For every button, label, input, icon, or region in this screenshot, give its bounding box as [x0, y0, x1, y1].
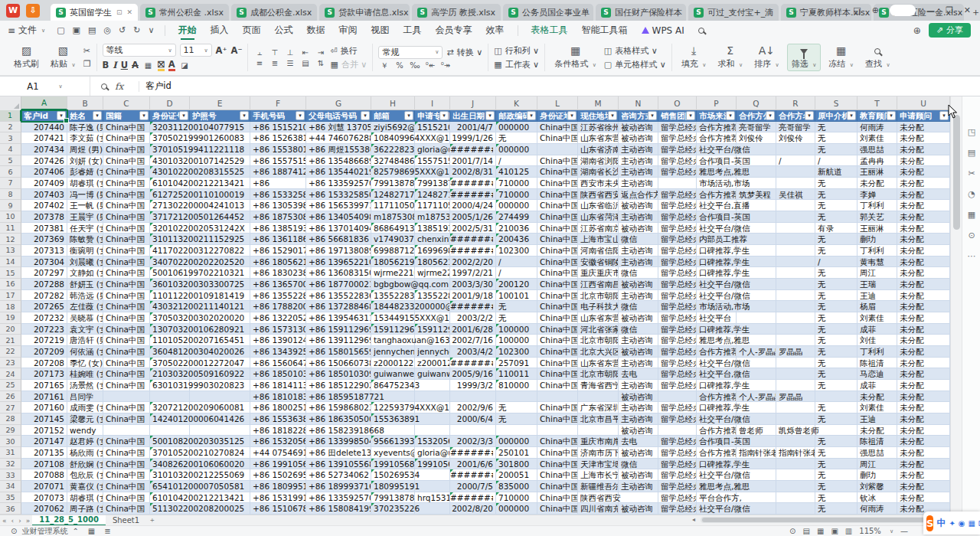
column-header-G[interactable]: G	[306, 96, 371, 110]
column-header-T[interactable]: T	[858, 96, 897, 110]
column-header-Q[interactable]: Q	[737, 96, 776, 110]
vertical-scrollbar[interactable]	[950, 96, 962, 515]
menu-item-6[interactable]: 视图	[364, 21, 397, 40]
menu-item-5[interactable]: 审阅	[332, 21, 364, 40]
font-color-button[interactable]: A	[168, 59, 175, 71]
ime-icon-1[interactable]: ◉	[959, 519, 965, 528]
chevron-up-icon[interactable]: ⌃	[72, 527, 78, 535]
sheet-tab-1[interactable]: Sheet1	[106, 515, 146, 526]
select-all-corner[interactable]	[0, 96, 21, 110]
status-right-icon-1[interactable]: ▤	[802, 527, 809, 535]
column-header-M[interactable]: M	[578, 96, 619, 110]
filter-button-O[interactable]: ▾	[686, 111, 695, 120]
borders-button[interactable]: ▦	[142, 61, 154, 70]
halign-icon-1[interactable]: ≣	[269, 59, 280, 67]
sogou-ime-logo[interactable]: S	[926, 515, 933, 531]
filter-button-I[interactable]: ▾	[439, 111, 449, 120]
column-header-E[interactable]: E	[190, 96, 250, 110]
eraser-button[interactable]: ◪	[179, 61, 191, 70]
next-sheet-icon[interactable]: ›	[18, 517, 21, 525]
filter-button-S[interactable]: ▾	[847, 111, 856, 120]
row-header-19[interactable]: 19	[0, 312, 21, 324]
valign-icon-4[interactable]: ⇥	[315, 48, 326, 57]
row-header-15[interactable]: 15	[0, 267, 21, 279]
column-header-K[interactable]: K	[496, 96, 537, 110]
hscroll-left-arrow[interactable]: ◂	[692, 516, 695, 523]
row-header-13[interactable]: 13	[0, 245, 21, 257]
spreadsheet-grid[interactable]: ABCDEFGHIJKLMNOPQRSTU客户id▾姓名▾国籍▾身份证号▾护照号…	[0, 96, 950, 515]
row-header-28[interactable]: 28	[0, 413, 21, 425]
row-header-31[interactable]: 31	[0, 447, 21, 459]
fill-button[interactable]: ⤓填充 ∨	[678, 44, 710, 70]
filter-button-J[interactable]: ▾	[485, 111, 495, 120]
preview-icon[interactable]: ◎	[103, 25, 111, 35]
doc-tab-4[interactable]: S高学历 教授.xlsx	[412, 4, 501, 21]
bold-button[interactable]: B	[103, 60, 109, 70]
conditional-format-button[interactable]: ▦条件格式 ∨	[550, 44, 600, 70]
valign-icon-0[interactable]: ⫠	[253, 48, 265, 57]
filter-button-E[interactable]: ▾	[240, 111, 249, 120]
row-header-24[interactable]: 24	[0, 368, 21, 380]
row-header-36[interactable]: 36	[0, 503, 21, 515]
font-name-select[interactable]: 等线∨	[103, 44, 176, 57]
find-button[interactable]: 查找 ∨	[861, 44, 894, 70]
row-header-2[interactable]: 2	[0, 122, 21, 133]
freeze-button[interactable]: ▦冻结 ∨	[825, 44, 858, 70]
name-box[interactable]: A1 ∨	[0, 77, 90, 96]
vertical-scrollbar-thumb[interactable]	[953, 115, 960, 230]
column-header-D[interactable]: D	[150, 96, 190, 110]
number-format-select[interactable]: 常规∨	[378, 46, 443, 59]
doc-tab-0[interactable]: S英国留学生⊡✕	[51, 4, 138, 21]
row-header-27[interactable]: 27	[0, 402, 21, 413]
view-mode-icon-2[interactable]: ▥	[845, 527, 852, 535]
filter-button-L[interactable]: ▾	[567, 111, 577, 120]
redo-icon[interactable]: ↻	[133, 25, 140, 35]
fx-icon[interactable]: fx	[115, 81, 123, 92]
row-header-5[interactable]: 5	[0, 155, 21, 167]
chevron-down-icon[interactable]: ∨	[59, 83, 63, 90]
filter-button-C[interactable]: ▾	[139, 111, 149, 120]
column-header-I[interactable]: I	[415, 96, 450, 110]
merge-cells-button[interactable]: ▦合并 ∨	[330, 59, 367, 70]
format-painter-button[interactable]: ▨格式刷	[10, 44, 43, 70]
zoom-out-button[interactable]: —	[900, 527, 908, 535]
status-left-icon-1[interactable]: ≣	[104, 527, 110, 535]
row-header-29[interactable]: 29	[0, 425, 21, 436]
row-header-3[interactable]: 3	[0, 132, 21, 144]
valign-icon-1[interactable]: ⊤	[269, 48, 280, 57]
filter-button-D[interactable]: ▾	[179, 111, 188, 120]
view-mode-icon-0[interactable]: ▦	[817, 527, 824, 535]
filter-button[interactable]: 筛选 ∨	[787, 44, 822, 71]
row-header-9[interactable]: 9	[0, 200, 21, 211]
halign-icon-2[interactable]: ☰	[284, 59, 296, 67]
status-right-icon-0[interactable]: ⊙	[789, 527, 795, 535]
row-header-18[interactable]: 18	[0, 301, 21, 312]
filter-button-B[interactable]: ▾	[93, 111, 102, 120]
close-icon[interactable]: ✕	[127, 8, 133, 16]
font-bigger-button[interactable]: A⁺	[216, 45, 227, 56]
doc-tab-1[interactable]: S常州公积金 .xlsx	[140, 4, 229, 21]
number-icon-2[interactable]: ‰	[409, 61, 420, 70]
contextual-tab-0[interactable]: 表格工具	[524, 21, 575, 40]
horizontal-scrollbar[interactable]	[701, 517, 939, 523]
row-header-14[interactable]: 14	[0, 257, 21, 268]
print-icon[interactable]: ▤	[88, 25, 96, 35]
first-sheet-icon[interactable]: «	[2, 517, 7, 525]
column-header-N[interactable]: N	[619, 96, 658, 110]
menu-item-7[interactable]: 工具	[397, 21, 429, 40]
menu-item-8[interactable]: 会员专享	[429, 21, 479, 40]
worksheet-button[interactable]: ▦工作表 ∨	[494, 59, 539, 70]
rail-icon-5[interactable]: ⊙	[962, 230, 980, 240]
number-icon-0[interactable]: ￥	[378, 61, 390, 70]
status-left-icon-0[interactable]: ▦	[88, 527, 95, 535]
cell-style-button[interactable]: ▢单元格样式 ∨	[604, 59, 666, 70]
filter-button-H[interactable]: ▾	[404, 111, 413, 120]
sheet-tab-0[interactable]: 11_28_5_1000	[32, 515, 106, 526]
font-smaller-button[interactable]: A⁻	[230, 45, 242, 56]
row-header-1[interactable]: 1	[0, 110, 21, 122]
view-mode-icon-1[interactable]: ▣	[831, 527, 838, 535]
column-header-O[interactable]: O	[658, 96, 697, 110]
menu-item-9[interactable]: 效率	[479, 21, 511, 40]
filter-button-T[interactable]: ▾	[887, 111, 896, 120]
row-header-20[interactable]: 20	[0, 324, 21, 335]
